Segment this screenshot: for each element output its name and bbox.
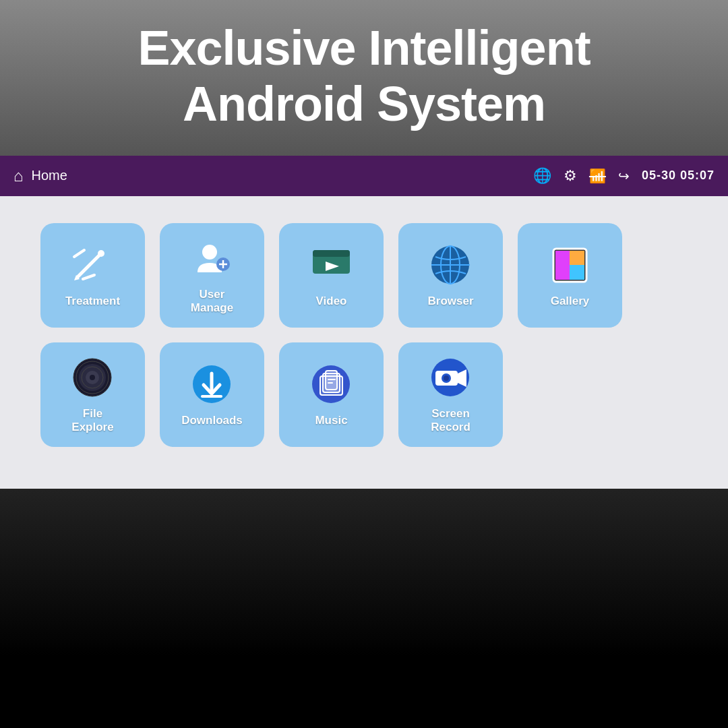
video-icon — [308, 242, 355, 289]
navbar-left: ⌂ Home — [13, 166, 67, 185]
app-tile-browser[interactable]: Browser — [398, 223, 503, 328]
svg-line-0 — [78, 253, 101, 277]
app-row-2: FileExplore Downloads — [40, 342, 688, 447]
app-row-1: Treatment UserManage — [40, 223, 688, 328]
app-tile-user-manage[interactable]: UserManage — [160, 223, 264, 328]
navbar-right: 🌐 ⚙ 📶 ↪ 05-30 05:07 — [533, 167, 715, 185]
gallery-label: Gallery — [551, 295, 590, 308]
svg-point-5 — [202, 245, 217, 260]
user-manage-icon — [189, 235, 236, 282]
svg-rect-20 — [570, 265, 584, 280]
svg-rect-18 — [555, 251, 570, 280]
svg-rect-10 — [313, 250, 350, 257]
file-explore-label: FileExplore — [71, 407, 113, 435]
gallery-icon — [547, 242, 594, 289]
svg-rect-19 — [570, 251, 584, 265]
browser-icon — [427, 242, 475, 289]
app-tile-music[interactable]: Music — [279, 342, 384, 447]
music-icon — [308, 361, 355, 408]
wifi-off-icon: 📶 — [589, 168, 606, 184]
treatment-label: Treatment — [65, 295, 120, 308]
file-explore-icon — [69, 355, 117, 402]
banner-title: Exclusive Intelligent Android System — [13, 20, 715, 132]
svg-line-1 — [74, 250, 84, 257]
music-label: Music — [315, 414, 347, 427]
app-tile-file-explore[interactable]: FileExplore — [40, 342, 145, 447]
home-icon[interactable]: ⌂ — [13, 166, 24, 185]
svg-point-43 — [444, 375, 449, 381]
treatment-icon — [69, 242, 117, 289]
navbar: ⌂ Home 🌐 ⚙ 📶 ↪ 05-30 05:07 — [0, 156, 728, 196]
globe-icon[interactable]: 🌐 — [533, 167, 551, 185]
svg-line-2 — [83, 275, 94, 279]
downloads-label: Downloads — [181, 414, 243, 427]
app-tile-screen-record[interactable]: ScreenRecord — [398, 342, 503, 447]
logout-icon[interactable]: ↪ — [618, 168, 630, 184]
app-tile-treatment[interactable]: Treatment — [40, 223, 145, 328]
app-tile-gallery[interactable]: Gallery — [518, 223, 622, 328]
android-screen: ⌂ Home 🌐 ⚙ 📶 ↪ 05-30 05:07 — [0, 156, 728, 489]
user-manage-label: UserManage — [191, 288, 233, 315]
screen-record-icon — [427, 355, 475, 402]
nav-time: 05-30 05:07 — [642, 169, 715, 183]
app-tile-video[interactable]: Video — [279, 223, 384, 328]
app-grid: Treatment UserManage — [0, 196, 728, 489]
nav-home-label: Home — [32, 168, 67, 183]
browser-label: Browser — [427, 295, 473, 308]
bottom-area — [0, 489, 728, 656]
video-label: Video — [316, 295, 347, 308]
svg-point-25 — [90, 375, 95, 380]
app-tile-downloads[interactable]: Downloads — [160, 342, 264, 447]
downloads-icon — [189, 361, 236, 408]
svg-point-3 — [98, 250, 104, 257]
screen-record-label: ScreenRecord — [431, 407, 471, 435]
banner: Exclusive Intelligent Android System — [0, 0, 728, 156]
settings-icon[interactable]: ⚙ — [564, 167, 577, 185]
